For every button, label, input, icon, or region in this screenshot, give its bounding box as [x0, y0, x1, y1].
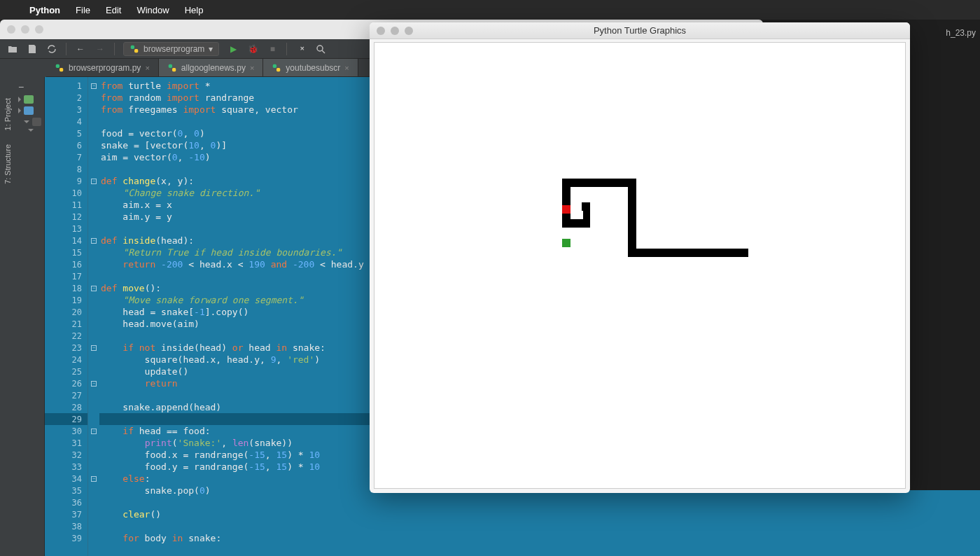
close-window-icon[interactable] [7, 25, 15, 34]
editor-tab[interactable]: browserprogram.py× [46, 59, 159, 76]
line-number: 1 [45, 80, 88, 92]
run-icon[interactable]: ▶ [227, 43, 239, 55]
menu-window[interactable]: Window [136, 5, 169, 15]
maximize-window-icon[interactable] [405, 27, 413, 35]
chevron-down-icon: ▾ [209, 44, 213, 54]
svg-rect-7 [172, 68, 176, 71]
open-icon[interactable] [7, 43, 18, 55]
python-icon [55, 63, 64, 73]
line-number: 4 [45, 116, 88, 127]
line-number: 8 [45, 163, 88, 175]
fold-toggle-icon[interactable]: − [91, 83, 97, 89]
code-line[interactable] [99, 496, 763, 508]
svg-rect-4 [56, 64, 59, 67]
line-number: 7 [45, 151, 88, 163]
stop-icon[interactable]: ■ [267, 43, 278, 55]
line-number: 24 [45, 354, 88, 366]
tab-label: youtubesubscr [286, 63, 340, 73]
minimize-window-icon[interactable] [391, 27, 399, 35]
folder-icon [24, 106, 34, 115]
turtle-canvas [374, 42, 906, 489]
fold-toggle-icon[interactable]: − [91, 238, 97, 244]
menu-help[interactable]: Help [185, 5, 204, 15]
code-line[interactable]: clear() [99, 508, 763, 520]
svg-line-3 [322, 50, 325, 53]
separator [286, 43, 287, 55]
fold-toggle-icon[interactable]: − [91, 286, 97, 291]
file-icon [32, 118, 41, 126]
line-number: 29 [45, 413, 88, 425]
line-number: 18 [45, 282, 88, 294]
settings-icon[interactable] [295, 43, 307, 55]
python-icon [130, 44, 139, 54]
svg-rect-1 [134, 49, 138, 53]
minimize-window-icon[interactable] [21, 25, 29, 34]
run-config-label: browserprogram [144, 44, 204, 54]
project-pane[interactable]: − [15, 77, 45, 556]
close-tab-icon[interactable]: × [145, 64, 149, 72]
line-number: 11 [45, 199, 88, 211]
line-number: 14 [45, 235, 88, 246]
tab-truncated[interactable]: h_23.py [941, 25, 980, 41]
search-icon[interactable] [315, 43, 326, 55]
line-number: 39 [45, 532, 88, 544]
svg-point-2 [317, 46, 323, 51]
line-number: 16 [45, 258, 88, 270]
tree-collapse-icon[interactable] [28, 129, 34, 132]
tree-collapse-icon[interactable] [24, 120, 29, 123]
line-number-gutter: 1234567891011121314151617181920212223242… [45, 77, 88, 556]
app-menu[interactable]: Python [29, 5, 60, 15]
close-window-icon[interactable] [377, 27, 385, 35]
menu-file[interactable]: File [76, 5, 90, 15]
line-number: 20 [45, 306, 88, 318]
project-tool-button[interactable]: 1: Project [4, 98, 12, 130]
editor-tab[interactable]: allgooglenews.py× [159, 59, 264, 76]
back-icon[interactable]: ← [75, 43, 86, 55]
line-number: 30 [45, 425, 88, 437]
tree-expand-icon[interactable] [18, 108, 21, 113]
line-number: 17 [45, 270, 88, 282]
folder-icon [24, 95, 34, 104]
fold-gutter: −−−−−−−− [88, 77, 99, 556]
turtle-window: Python Turtle Graphics [370, 22, 910, 493]
white-square [575, 211, 583, 219]
fold-toggle-icon[interactable]: − [91, 429, 97, 434]
snake-head-red [562, 205, 570, 214]
editor-bg-overflow [762, 490, 980, 556]
run-configuration-selector[interactable]: browserprogram ▾ [123, 42, 219, 56]
fold-toggle-icon[interactable]: − [91, 179, 97, 184]
structure-tool-button[interactable]: 7: Structure [4, 144, 12, 184]
python-icon [167, 63, 177, 73]
line-number: 6 [45, 139, 88, 151]
maximize-window-icon[interactable] [35, 25, 43, 34]
forward-icon[interactable]: → [94, 43, 106, 55]
close-tab-icon[interactable]: × [344, 64, 349, 72]
svg-rect-0 [131, 45, 134, 48]
close-tab-icon[interactable]: × [250, 64, 254, 72]
save-icon[interactable] [27, 43, 38, 55]
svg-rect-8 [273, 64, 276, 67]
tree-expand-icon[interactable] [18, 97, 21, 102]
separator [66, 43, 66, 55]
line-number: 22 [45, 330, 88, 342]
line-number: 37 [45, 508, 88, 520]
editor-tab[interactable]: youtubesubscr× [263, 59, 358, 76]
line-number: 15 [45, 246, 88, 258]
code-line[interactable]: for body in snake: [99, 532, 763, 544]
fold-toggle-icon[interactable]: − [91, 381, 97, 387]
menu-edit[interactable]: Edit [106, 5, 121, 15]
python-icon [272, 63, 281, 73]
fold-toggle-icon[interactable]: − [91, 345, 97, 351]
sync-icon[interactable] [46, 43, 57, 55]
macos-menubar: Python File Edit Window Help [0, 0, 980, 20]
food-square [562, 239, 570, 247]
fold-toggle-icon[interactable]: − [91, 476, 97, 482]
line-number: 9 [45, 175, 88, 187]
code-line[interactable] [99, 520, 763, 532]
tab-label: allgooglenews.py [181, 63, 246, 73]
line-number: 23 [45, 342, 88, 354]
line-number: 5 [45, 127, 88, 139]
minus-icon[interactable]: − [18, 81, 24, 92]
snake-segment [562, 179, 636, 187]
debug-icon[interactable]: 🐞 [247, 43, 258, 55]
